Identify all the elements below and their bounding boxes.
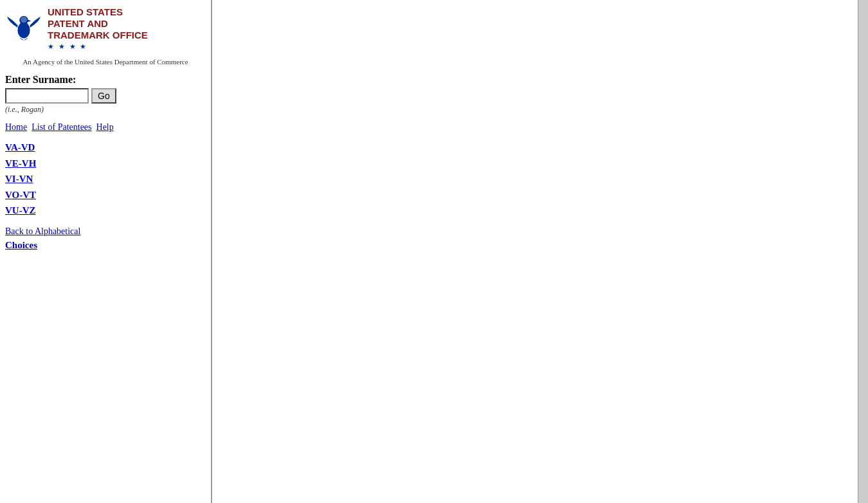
logo-title: United States Patent and Trademark Offic… bbox=[48, 6, 148, 41]
alpha-links: VA-VDVE-VHVI-VNVO-VTVU-VZ bbox=[5, 140, 206, 218]
logo-area: United States Patent and Trademark Offic… bbox=[5, 6, 206, 51]
eagle-icon bbox=[5, 10, 42, 48]
logo-subtitle: An Agency of the United States Departmen… bbox=[5, 57, 206, 66]
italic-hint: (i.e., Rogan) bbox=[5, 105, 206, 114]
alpha-link-vi-vn[interactable]: VI-VN bbox=[5, 172, 206, 187]
surname-input[interactable] bbox=[5, 88, 89, 104]
alpha-link-va-vd[interactable]: VA-VD bbox=[5, 140, 206, 155]
nav-links: Home List of Patentees Help bbox=[5, 122, 206, 133]
main-content bbox=[212, 0, 858, 503]
help-link[interactable]: Help bbox=[96, 122, 114, 132]
alpha-link-ve-vh[interactable]: VE-VH bbox=[5, 156, 206, 171]
logo-stars: ★ ★ ★ ★ bbox=[48, 42, 148, 51]
alpha-link-vo-vt[interactable]: VO-VT bbox=[5, 188, 206, 203]
choices-link[interactable]: Choices bbox=[5, 240, 37, 250]
surname-label: Enter Surname: bbox=[5, 74, 206, 86]
home-link[interactable]: Home bbox=[5, 122, 27, 132]
logo-text-block: United States Patent and Trademark Offic… bbox=[48, 6, 148, 51]
svg-marker-2 bbox=[28, 19, 32, 22]
list-of-patentees-link[interactable]: List of Patentees bbox=[32, 122, 91, 132]
back-to-alphabetical-link[interactable]: Back to Alphabetical bbox=[5, 226, 80, 236]
svg-point-3 bbox=[21, 16, 27, 23]
enter-surname-section: Enter Surname: Go (i.e., Rogan) bbox=[5, 74, 206, 114]
alpha-link-vu-vz[interactable]: VU-VZ bbox=[5, 203, 206, 218]
sidebar: United States Patent and Trademark Offic… bbox=[0, 0, 212, 503]
scrollbar[interactable] bbox=[858, 0, 868, 503]
go-button[interactable]: Go bbox=[91, 88, 116, 104]
